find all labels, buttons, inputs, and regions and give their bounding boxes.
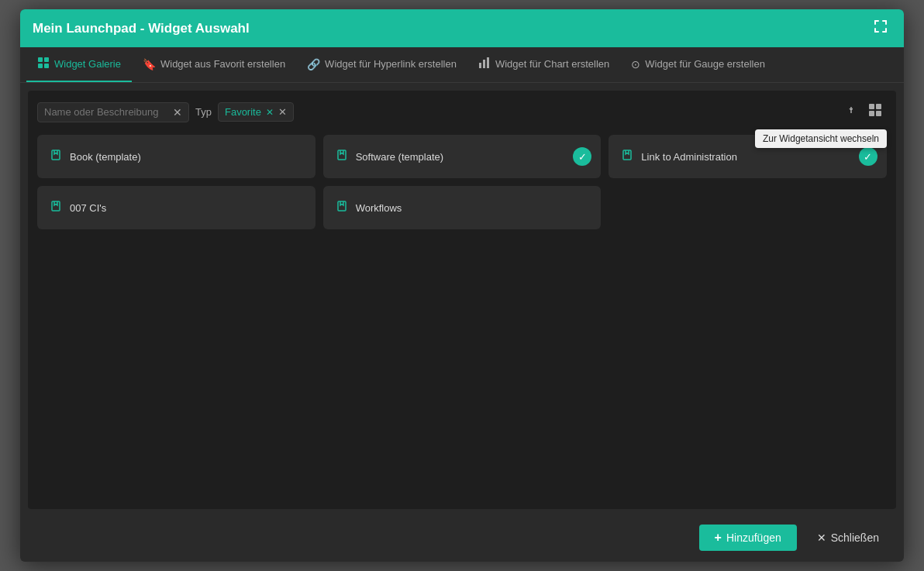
close-label: Schließen [831,531,879,544]
search-clear-button[interactable]: ✕ [173,106,182,119]
widget-workflows-name: Workflows [356,202,402,214]
tab-favorite-icon: 🔖 [143,58,156,71]
svg-rect-16 [876,104,881,109]
svg-rect-18 [876,111,881,116]
modal-footer: + Hinzufügen ✕ Schließen [20,517,904,562]
tab-chart-icon [478,57,491,71]
widget-link-admin-icon [621,149,633,164]
close-icon: ✕ [817,531,826,544]
search-input[interactable] [44,106,168,118]
svg-rect-10 [38,64,43,68]
sort-icon [839,103,853,117]
svg-rect-5 [874,28,876,33]
add-button[interactable]: + Hinzufügen [699,525,797,551]
tab-gallery-label: Widget Galerie [54,58,121,70]
widget-book-name: Book (template) [70,151,141,163]
widget-card-workflows[interactable]: Workflows [323,186,602,229]
widget-link-admin-name: Link to Administration [641,151,737,163]
widget-software-name: Software (template) [356,151,443,163]
tab-favorite[interactable]: 🔖 Widget aus Favorit erstellen [132,49,296,81]
filter-bar: ✕ Typ Favorite ✕ ✕ [37,100,887,124]
widget-software-icon [336,149,348,164]
content-area: ✕ Typ Favorite ✕ ✕ [28,91,896,509]
svg-rect-11 [44,64,49,68]
widget-workflows-icon [336,200,348,215]
svg-rect-13 [483,60,485,68]
widget-grid: Book (template) Software (template) ✓ [37,135,887,229]
widget-card-007ci[interactable]: 007 CI's [37,186,315,229]
tag-favorite-icon: ✕ [266,107,274,118]
sort-button[interactable] [834,100,857,124]
svg-rect-1 [874,20,876,25]
grid-view-icon [868,103,882,117]
tab-hyperlink[interactable]: 🔗 Widget für Hyperlink erstellen [296,49,467,81]
modal: Mein Launchpad - Widget Auswahl [20,9,904,562]
gallery-icon [37,57,50,69]
widget-link-admin-selected-badge: ✓ [859,147,877,166]
tag-remove-button[interactable]: ✕ [278,106,287,118]
tab-chart[interactable]: Widget für Chart erstellen [467,47,620,82]
tab-favorite-label: Widget aus Favorit erstellen [160,58,285,70]
tab-gallery[interactable]: Widget Galerie [26,47,132,82]
widget-card-software[interactable]: Software (template) ✓ [323,135,602,178]
type-label: Typ [195,106,212,118]
tab-chart-label: Widget für Chart erstellen [495,58,609,70]
widget-007ci-icon [50,200,62,215]
expand-button[interactable] [870,17,891,40]
widget-card-book[interactable]: Book (template) [37,135,315,178]
svg-rect-8 [38,57,43,62]
svg-rect-7 [885,28,887,33]
widget-book-icon [50,149,62,164]
expand-icon [873,19,888,34]
svg-rect-14 [487,57,489,68]
svg-rect-3 [885,20,887,25]
tab-gauge[interactable]: ⊙ Widget für Gauge erstellen [620,49,776,81]
close-button[interactable]: ✕ Schließen [805,525,891,550]
tab-hyperlink-label: Widget für Hyperlink erstellen [325,58,457,70]
tab-hyperlink-icon: 🔗 [307,58,320,71]
tab-gallery-icon [37,57,50,71]
svg-rect-15 [869,104,874,109]
modal-title: Mein Launchpad - Widget Auswahl [33,21,250,36]
modal-header: Mein Launchpad - Widget Auswahl [20,9,904,47]
tag-value: Favorite [225,106,261,118]
add-icon: + [715,531,722,545]
tabs-bar: Widget Galerie 🔖 Widget aus Favorit erst… [20,47,904,83]
svg-rect-9 [44,57,49,62]
favorite-tag: Favorite ✕ ✕ [218,102,294,122]
search-wrap: ✕ [37,102,189,122]
tab-gauge-icon: ⊙ [631,58,640,71]
svg-rect-17 [869,111,874,116]
tab-gauge-label: Widget für Gauge erstellen [645,58,765,70]
add-label: Hinzufügen [726,531,781,544]
widget-software-selected-badge: ✓ [573,147,591,166]
grid-view-wrap: Zur Widgetansicht wechseln [864,100,887,124]
widget-007ci-name: 007 CI's [70,202,106,214]
grid-view-button[interactable] [864,100,887,124]
grid-view-tooltip: Zur Widgetansicht wechseln [755,129,887,148]
svg-rect-12 [479,63,481,68]
